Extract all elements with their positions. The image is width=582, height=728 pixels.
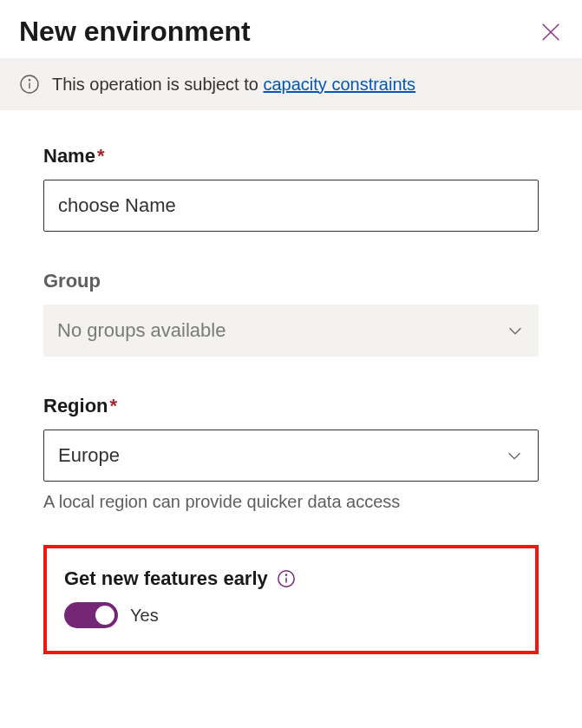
panel-title: New environment: [19, 16, 251, 48]
info-icon: [19, 74, 40, 95]
required-asterisk: *: [110, 395, 118, 416]
info-icon[interactable]: [277, 569, 296, 588]
group-field: Group No groups available: [43, 270, 539, 357]
features-label-row: Get new features early: [64, 567, 518, 590]
features-label: Get new features early: [64, 567, 268, 590]
info-text: This operation is subject to capacity co…: [52, 75, 415, 95]
name-input[interactable]: [43, 180, 539, 232]
chevron-down-icon: [506, 321, 525, 340]
name-label: Name*: [43, 145, 539, 167]
group-label: Group: [43, 270, 539, 292]
chevron-down-icon: [505, 446, 524, 465]
features-toggle[interactable]: [64, 602, 118, 628]
svg-point-4: [29, 80, 29, 81]
name-field: Name*: [43, 145, 539, 232]
region-label-text: Region: [43, 395, 108, 416]
region-select[interactable]: Europe: [43, 430, 539, 482]
region-label: Region*: [43, 395, 539, 417]
features-toggle-value: Yes: [130, 606, 159, 626]
info-bar: This operation is subject to capacity co…: [0, 58, 582, 110]
highlight-box: Get new features early Yes: [43, 545, 539, 654]
required-asterisk: *: [97, 145, 105, 167]
name-label-text: Name: [43, 145, 95, 167]
features-toggle-row: Yes: [64, 602, 518, 628]
svg-point-7: [285, 574, 286, 575]
toggle-knob: [95, 606, 114, 625]
region-value: Europe: [58, 444, 120, 467]
panel-header: New environment: [0, 0, 582, 58]
region-helper: A local region can provide quicker data …: [43, 492, 539, 512]
close-icon[interactable]: [539, 20, 563, 44]
capacity-constraints-link[interactable]: capacity constraints: [263, 75, 415, 94]
group-select: No groups available: [43, 305, 539, 357]
region-field: Region* Europe A local region can provid…: [43, 395, 539, 512]
info-text-prefix: This operation is subject to: [52, 75, 263, 94]
form: Name* Group No groups available Region* …: [0, 110, 582, 672]
group-value: No groups available: [57, 319, 226, 342]
